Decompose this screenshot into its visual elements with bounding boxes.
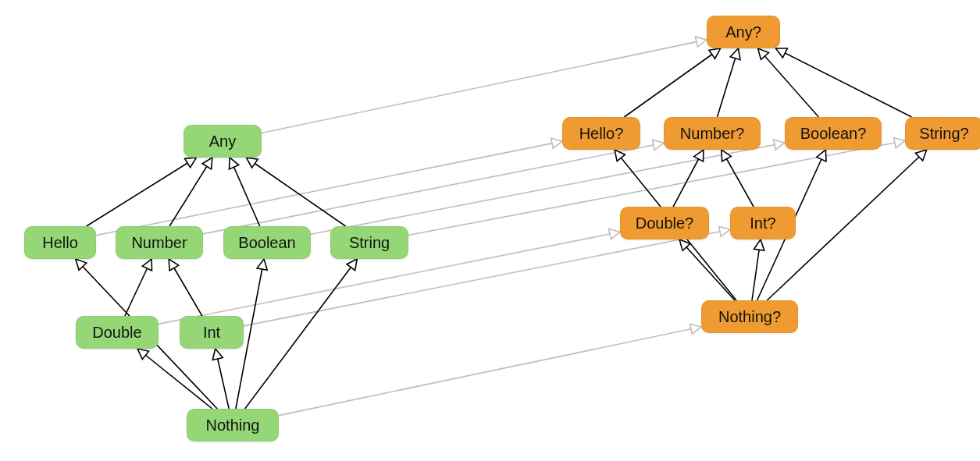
edge-nothing-double	[137, 349, 212, 409]
edge-nothingq-intq	[752, 239, 761, 300]
type-node-numberq: Number?	[664, 117, 761, 150]
edge-hello-any	[87, 158, 197, 226]
edge-doubleq-numberq	[673, 150, 704, 207]
type-node-boolean: Boolean	[223, 226, 311, 259]
edge-intq-numberq	[722, 150, 754, 207]
type-node-doubleq: Double?	[620, 207, 709, 239]
type-node-hello: Hello	[24, 226, 96, 259]
type-node-nothingq: Nothing?	[701, 300, 798, 333]
type-node-nothing: Nothing	[187, 409, 279, 441]
edge-nothing-nothingq	[279, 327, 701, 416]
edge-int-intq	[244, 229, 730, 326]
edge-nothing-string	[245, 259, 358, 409]
type-node-booleanq: Boolean?	[785, 117, 882, 150]
edge-number-any	[169, 158, 212, 226]
type-hierarchy-diagram: { "diagram": { "description": "Type hier…	[0, 0, 980, 461]
edge-boolean-any	[230, 158, 260, 226]
edge-any-anyq	[262, 40, 707, 133]
edge-helloq-anyq	[624, 48, 720, 117]
edge-string-any	[246, 158, 345, 226]
edge-nothingq-doubleq	[679, 239, 735, 300]
type-node-any: Any	[184, 125, 262, 158]
type-node-string: String	[330, 226, 408, 259]
edge-booleanq-anyq	[758, 48, 819, 117]
type-node-double: Double	[76, 316, 159, 349]
edge-nothing-int	[216, 349, 229, 409]
type-node-anyq: Any?	[707, 16, 780, 48]
edge-double-number	[125, 259, 151, 316]
type-node-intq: Int?	[730, 207, 796, 239]
edge-numberq-anyq	[718, 48, 739, 117]
edge-number-numberq	[203, 143, 664, 234]
edge-int-number	[169, 259, 202, 316]
edge-boolean-booleanq	[311, 143, 785, 234]
type-node-stringq: String?	[905, 117, 980, 150]
edge-stringq-anyq	[776, 48, 912, 117]
type-node-helloq: Hello?	[562, 117, 640, 150]
edge-hello-helloq	[96, 141, 562, 236]
type-node-int: Int	[180, 316, 244, 349]
type-node-number: Number	[116, 226, 203, 259]
